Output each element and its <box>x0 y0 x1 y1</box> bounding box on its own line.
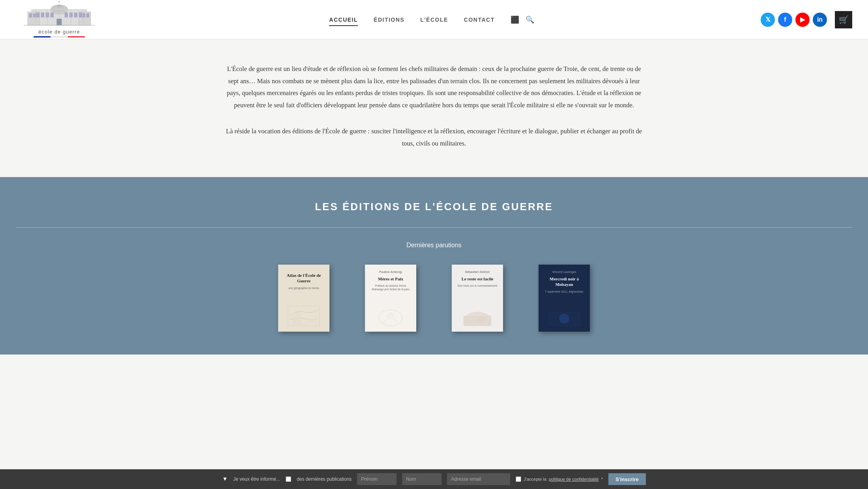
svg-point-31 <box>387 313 394 319</box>
building-logo <box>24 2 95 27</box>
book-subtitle-3: Des mots sur le commandement <box>458 284 498 287</box>
nav-utility-icons: ⬛ 🔍 <box>511 15 534 24</box>
social-icons: 𝕏 f ▶ in <box>761 13 827 27</box>
search-icon[interactable]: 🔍 <box>526 15 534 24</box>
book-card-2[interactable]: Pauline Ambrogi Mères et Paix Préface du… <box>359 265 422 332</box>
flag-red <box>68 36 85 37</box>
book-title-3: Le reste est facile <box>462 276 494 282</box>
editions-subtitle: Dernières parutions <box>16 242 852 249</box>
book-author-2: Pauline Ambrogi <box>379 270 402 274</box>
svg-rect-5 <box>58 2 60 2</box>
site-header: école de guerre ACCUEIL ÉDITIONS L'ÉCOLE… <box>0 0 868 39</box>
svg-rect-14 <box>74 13 77 17</box>
nav-contact[interactable]: CONTACT <box>464 13 495 26</box>
youtube-icon[interactable]: ▶ <box>795 13 810 27</box>
book-image-3 <box>456 287 499 328</box>
french-flag <box>34 36 85 37</box>
book-title-1: Atlas de l'École de Guerre <box>282 272 326 284</box>
book-subtitle-1: une géographie en terres <box>288 286 319 290</box>
editions-divider <box>16 227 852 228</box>
svg-rect-8 <box>36 13 39 17</box>
nav-accueil[interactable]: ACCUEIL <box>329 13 358 26</box>
book-card-3[interactable]: Sébastien Delmer Le reste est facile Des… <box>446 265 509 332</box>
book-subtitle-4: 7 septembre 2011, Afghanistan <box>545 290 584 293</box>
book-card-1[interactable]: Atlas de l'École de Guerre une géographi… <box>272 265 335 332</box>
book-image-2 <box>369 291 412 328</box>
book-author-3: Sébastien Delmer <box>465 270 490 274</box>
svg-point-35 <box>559 314 569 323</box>
nav-ecole[interactable]: L'ÉCOLE <box>420 13 448 26</box>
flag-white <box>51 36 67 37</box>
book-cover-1: Atlas de l'École de Guerre une géographi… <box>278 265 329 332</box>
editions-section: LES ÉDITIONS DE L'ÉCOLE DE GUERRE Derniè… <box>0 177 868 355</box>
editions-title: LES ÉDITIONS DE L'ÉCOLE DE GUERRE <box>16 201 852 213</box>
svg-rect-9 <box>41 13 44 17</box>
svg-rect-27 <box>288 306 320 326</box>
svg-point-28 <box>296 312 300 316</box>
svg-rect-19 <box>86 13 89 17</box>
svg-rect-16 <box>29 13 32 17</box>
svg-rect-29 <box>294 320 300 324</box>
book-cover-2: Pauline Ambrogi Mères et Paix Préface du… <box>365 265 416 332</box>
logo-text: école de guerre <box>38 29 80 35</box>
facebook-icon[interactable]: f <box>778 13 792 27</box>
book-author-4: Vincent Lazerges <box>552 270 576 274</box>
cart-button[interactable]: 🛒 <box>835 11 852 28</box>
svg-rect-11 <box>51 13 54 17</box>
flag-blue <box>34 36 51 37</box>
main-nav: ACCUEIL ÉDITIONS L'ÉCOLE CONTACT ⬛ 🔍 <box>329 13 534 26</box>
svg-rect-20 <box>57 19 62 25</box>
twitter-icon[interactable]: 𝕏 <box>761 13 775 27</box>
header-right: 𝕏 f ▶ in 🛒 <box>761 11 852 28</box>
book-subtitle-2: Préface du docteur Denis Mukwege prix No… <box>369 284 412 291</box>
svg-rect-12 <box>65 13 68 17</box>
book-cover-4: Vincent Lazerges Mercredi noir à Mobayan… <box>539 265 590 332</box>
book-card-4[interactable]: Vincent Lazerges Mercredi noir à Mobayan… <box>533 265 596 332</box>
intro-paragraph-2: Là réside la vocation des éditions de l'… <box>225 125 643 149</box>
svg-rect-15 <box>79 13 82 17</box>
book-image-4 <box>542 293 586 328</box>
book-title-4: Mercredi noir à Mobayan <box>542 276 586 287</box>
book-image-1 <box>282 290 326 328</box>
login-icon[interactable]: ⬛ <box>511 15 519 24</box>
nav-editions[interactable]: ÉDITIONS <box>374 13 404 26</box>
intro-section: L'École de guerre est un lieu d'étude et… <box>217 39 651 177</box>
svg-point-33 <box>478 317 485 323</box>
book-cover-3: Sébastien Delmer Le reste est facile Des… <box>452 265 503 332</box>
logo-area: école de guerre <box>16 2 103 37</box>
intro-paragraph-1: L'École de guerre est un lieu d'étude et… <box>225 63 643 111</box>
linkedin-icon[interactable]: in <box>813 13 827 27</box>
svg-rect-32 <box>464 316 491 326</box>
books-row: Atlas de l'École de Guerre une géographi… <box>16 265 852 332</box>
book-title-2: Mères et Paix <box>378 276 403 282</box>
